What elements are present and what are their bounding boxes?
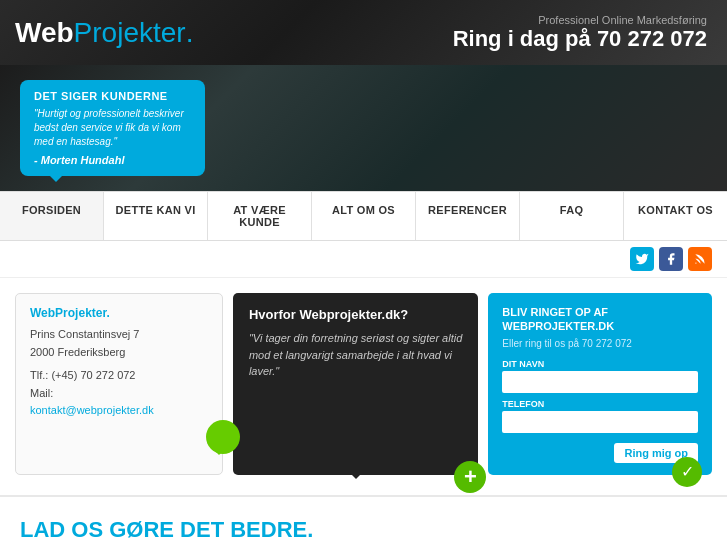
logo-web: Web xyxy=(15,17,74,49)
nav-item-kontakt-os[interactable]: KONTAKT OS xyxy=(624,192,727,240)
nav-item-dette-kan-vi[interactable]: DETTE KAN VI xyxy=(104,192,208,240)
social-bar xyxy=(0,241,727,278)
plus-icon: + xyxy=(454,461,486,493)
testimonial-quote: "Hurtigt og professionelt beskriver beds… xyxy=(34,107,191,149)
testimonial-bubble: DET SIGER KUNDERNE "Hurtigt og professio… xyxy=(20,80,205,176)
svg-point-0 xyxy=(695,263,696,264)
contact-address1: Prins Constantinsvej 7 xyxy=(30,326,208,344)
twitter-icon[interactable] xyxy=(630,247,654,271)
bottom-title-dot: . xyxy=(307,517,313,542)
nav-item-forsiden[interactable]: FORSIDEN xyxy=(0,192,104,240)
columns-section: WebProjekter. Prins Constantinsvej 7 200… xyxy=(0,278,727,497)
nav-item-alt-om-os[interactable]: ALT OM OS xyxy=(312,192,416,240)
contact-mail-address[interactable]: kontakt@webprojekter.dk xyxy=(30,404,154,416)
header-phone: Ring i dag på 70 272 072 xyxy=(453,26,707,52)
header: WebProjekter. Professionel Online Marked… xyxy=(0,0,727,65)
contact-info-column: WebProjekter. Prins Constantinsvej 7 200… xyxy=(15,293,223,475)
contact-form-column: BLIV RINGET OP AF WEBPROJEKTER.DK Eller … xyxy=(488,293,712,475)
form-subtitle: Eller ring til os på 70 272 072 xyxy=(502,338,698,349)
contact-company-name: WebProjekter. xyxy=(30,306,208,320)
why-column: Hvorfor Webprojekter.dk? "Vi tager din f… xyxy=(233,293,478,475)
logo[interactable]: WebProjekter. xyxy=(15,17,193,49)
why-quote: "Vi tager din forretning seriøst og sigt… xyxy=(249,330,462,380)
form-title: BLIV RINGET OP AF WEBPROJEKTER.DK xyxy=(502,305,698,334)
header-contact: Professionel Online Markedsføring Ring i… xyxy=(453,14,707,52)
form-phone-input[interactable] xyxy=(502,411,698,433)
logo-dot: . xyxy=(186,17,194,49)
nav-item-faq[interactable]: FAQ xyxy=(520,192,624,240)
why-title: Hvorfor Webprojekter.dk? xyxy=(249,307,462,322)
navigation: FORSIDEN DETTE KAN VI AT VÆRE KUNDE ALT … xyxy=(0,191,727,241)
form-name-label: DIT NAVN xyxy=(502,359,698,369)
form-phone-label: TELEFON xyxy=(502,399,698,409)
nav-item-at-vaere-kunde[interactable]: AT VÆRE KUNDE xyxy=(208,192,312,240)
green-bubble-icon xyxy=(206,420,240,454)
contact-mail-row: Mail: kontakt@webprojekter.dk xyxy=(30,385,208,420)
hero-section: DET SIGER KUNDERNE "Hurtigt og professio… xyxy=(0,65,727,191)
contact-phone: Tlf.: (+45) 70 272 072 xyxy=(30,367,208,385)
bottom-section: LAD OS GØRE DET BEDRE. Mit navn er Nicol… xyxy=(0,497,727,545)
logo-projekter: Projekter xyxy=(74,17,186,49)
bottom-title: LAD OS GØRE DET BEDRE. xyxy=(20,517,707,543)
testimonial-title: DET SIGER KUNDERNE xyxy=(34,90,191,102)
form-name-input[interactable] xyxy=(502,371,698,393)
rss-icon[interactable] xyxy=(688,247,712,271)
contact-mail-label: Mail: xyxy=(30,387,53,399)
header-subtitle: Professionel Online Markedsføring xyxy=(453,14,707,26)
contact-address2: 2000 Frederiksberg xyxy=(30,344,208,362)
facebook-icon[interactable] xyxy=(659,247,683,271)
bottom-title-text: LAD OS GØRE DET BEDRE xyxy=(20,517,307,542)
checkmark-icon: ✓ xyxy=(672,457,702,487)
nav-item-referencer[interactable]: REFERENCER xyxy=(416,192,520,240)
testimonial-author: - Morten Hundahl xyxy=(34,154,191,166)
